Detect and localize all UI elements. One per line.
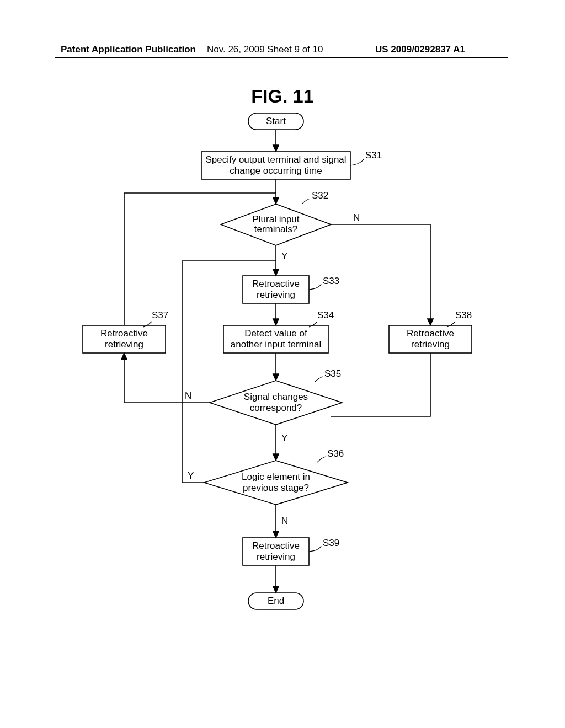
end-label: End [268,596,284,606]
label-s32: S32 [312,190,328,201]
s33-line2: retrieving [257,290,295,300]
header-pub-number: US 2009/0292837 A1 [375,44,465,55]
s36-line1: Logic element in [242,472,310,482]
s35-n-label: N [185,390,191,401]
leader-s37 [143,322,152,327]
terminator-end: End [248,593,303,609]
label-s31: S31 [365,150,382,160]
leader-s38 [447,322,455,327]
header-rule [55,57,508,58]
s36-line2: previous stage? [243,483,309,493]
s39-line2: retrieving [257,552,295,562]
s32-line2: terminals? [254,224,297,234]
s35-line1: Signal changes [244,392,308,402]
header-publication: Patent Application Publication [61,44,196,55]
leader-s32 [302,199,310,204]
s39-line1: Retroactive [252,540,300,551]
header-date-sheet: Nov. 26, 2009 Sheet 9 of 10 [207,44,323,55]
flowchart: Start Specify output terminal and signal… [44,108,521,687]
s33-line1: Retroactive [252,279,300,289]
process-s37: Retroactive retrieving [83,325,166,353]
leader-s39 [309,546,321,552]
arrow-s38-join [331,353,430,416]
leader-s35 [315,377,323,382]
s34-line2: another input terminal [231,339,321,350]
s36-n-label: N [281,516,288,526]
process-s33: Retroactive retrieving [243,276,309,303]
s38-line2: retrieving [411,339,450,350]
process-s38: Retroactive retrieving [389,325,472,353]
s32-line1: Plural input [252,214,299,224]
process-s34: Detect value of another input terminal [223,325,328,353]
decision-s32: Plural input terminals? [221,204,331,245]
s34-line1: Detect value of [244,328,307,339]
s35-line2: correspond? [250,403,302,413]
s38-line1: Retroactive [407,328,454,339]
label-s34: S34 [317,310,334,320]
decision-s36: Logic element in previous stage? [204,461,348,505]
s37-line1: Retroactive [100,328,148,339]
arrow-s35-n [124,353,210,403]
s32-n-label: N [353,212,360,223]
label-s33: S33 [323,276,339,286]
s37-line2: retrieving [105,339,143,350]
s36-y-label: Y [188,470,194,481]
arrow-s32-n [331,224,430,325]
decision-s35: Signal changes correspond? [210,381,342,425]
s31-line2: change occurring time [230,165,322,176]
process-s39: Retroactive retrieving [243,538,309,565]
leader-s33 [309,284,321,290]
s31-line1: Specify output terminal and signal [205,154,346,165]
leader-s31 [350,159,364,165]
start-label: Start [266,116,286,126]
s35-y-label: Y [281,433,287,443]
s32-y-label: Y [281,251,287,261]
label-s38: S38 [455,310,472,320]
figure-title: FIG. 11 [0,85,565,107]
process-s31: Specify output terminal and signal chang… [201,152,350,179]
leader-s36 [317,457,326,462]
label-s37: S37 [152,310,168,320]
label-s35: S35 [324,368,341,379]
terminator-start: Start [248,113,303,130]
label-s39: S39 [323,538,339,548]
label-s36: S36 [327,448,344,459]
leader-s34 [309,322,317,327]
